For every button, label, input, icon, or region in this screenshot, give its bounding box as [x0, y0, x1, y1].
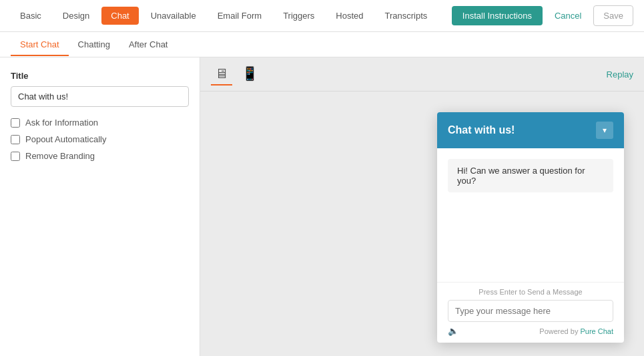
right-panel: 🖥 📱 Replay Chat with us! ▾ Hi! Can we an… — [200, 57, 644, 356]
nav-tab-design[interactable]: Design — [53, 7, 99, 25]
desktop-icon: 🖥 — [215, 66, 228, 81]
sub-nav: Start ChatChattingAfter Chat — [0, 32, 644, 57]
chat-message-input[interactable] — [455, 306, 606, 316]
title-input[interactable] — [11, 86, 189, 107]
chat-bubble: Hi! Can we answer a question for you? — [448, 159, 613, 192]
chat-header: Chat with us! ▾ — [437, 112, 624, 148]
preview-area: Chat with us! ▾ Hi! Can we answer a ques… — [200, 92, 644, 356]
chat-header-title: Chat with us! — [448, 124, 515, 136]
pure-chat-link[interactable]: Pure Chat — [580, 327, 613, 335]
nav-tab-hosted[interactable]: Hosted — [326, 7, 372, 25]
popout-auto-label: Popout Automatically — [25, 134, 106, 144]
popout-auto-checkbox[interactable] — [11, 135, 20, 144]
chat-branding: Powered by Pure Chat — [539, 327, 613, 335]
chat-toggle-button[interactable]: ▾ — [596, 122, 613, 139]
install-instructions-button[interactable]: Install Instructions — [452, 6, 543, 25]
mobile-device-button[interactable]: 📱 — [238, 63, 262, 85]
nav-tab-basic[interactable]: Basic — [11, 7, 51, 25]
cancel-button[interactable]: Cancel — [548, 6, 588, 25]
ask-info-checkbox[interactable] — [11, 118, 20, 128]
checkbox-branding: Remove Branding — [11, 151, 189, 161]
chat-hint: Press Enter to Send a Message — [448, 288, 613, 296]
sub-tab-chatting[interactable]: Chatting — [69, 34, 119, 56]
desktop-device-button[interactable]: 🖥 — [211, 63, 232, 85]
remove-branding-checkbox[interactable] — [11, 152, 20, 161]
title-label: Title — [11, 71, 189, 81]
mobile-icon: 📱 — [242, 66, 258, 81]
nav-tab-email-form[interactable]: Email Form — [208, 7, 271, 25]
chat-body: Hi! Can we answer a question for you? — [437, 148, 624, 282]
nav-tab-unavailable[interactable]: Unavailable — [141, 7, 206, 25]
checkbox-ask-info: Ask for Information — [11, 118, 189, 128]
sound-icon: 🔈 — [448, 326, 458, 336]
nav-actions: Install Instructions Cancel Save — [452, 5, 633, 26]
chat-input-area — [448, 300, 613, 322]
nav-tab-transcripts[interactable]: Transcripts — [376, 7, 437, 25]
device-icons: 🖥 📱 — [211, 63, 262, 85]
sub-tab-start-chat[interactable]: Start Chat — [11, 34, 69, 56]
ask-info-label: Ask for Information — [25, 118, 98, 128]
checkbox-popout: Popout Automatically — [11, 134, 189, 144]
preview-toolbar: 🖥 📱 Replay — [200, 57, 644, 92]
sub-tab-after-chat[interactable]: After Chat — [119, 34, 178, 56]
chat-footer: Press Enter to Send a Message 🔈 Powered … — [437, 282, 624, 343]
replay-button[interactable]: Replay — [607, 69, 633, 79]
chat-widget: Chat with us! ▾ Hi! Can we answer a ques… — [437, 112, 624, 343]
remove-branding-label: Remove Branding — [25, 151, 95, 161]
save-button[interactable]: Save — [593, 5, 633, 26]
nav-tab-triggers[interactable]: Triggers — [274, 7, 324, 25]
top-nav: BasicDesignChatUnavailableEmail FormTrig… — [0, 0, 644, 32]
left-panel: Title Ask for Information Popout Automat… — [0, 57, 200, 356]
main-layout: Title Ask for Information Popout Automat… — [0, 57, 644, 356]
nav-tabs: BasicDesignChatUnavailableEmail FormTrig… — [11, 7, 452, 25]
chat-powered: 🔈 Powered by Pure Chat — [448, 322, 613, 337]
nav-tab-chat[interactable]: Chat — [101, 7, 138, 25]
